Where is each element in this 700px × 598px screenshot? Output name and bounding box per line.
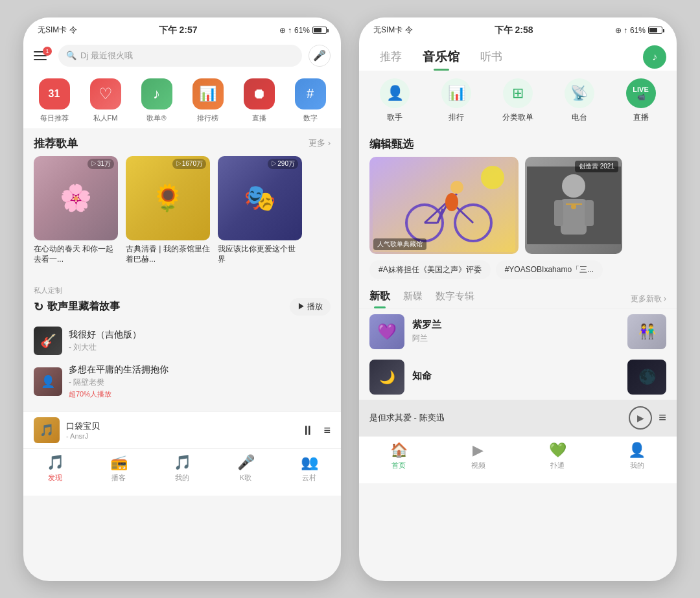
player-bar-right: 是但求其爱 - 陈奕迅 ▶ ≡ <box>359 400 677 436</box>
playlist-name-1: 古典清香 | 我的茶馆里住着巴赫... <box>126 244 210 266</box>
list-button[interactable]: ≡ <box>323 424 331 437</box>
quick-icon-digital[interactable]: # 数字 <box>285 78 336 123</box>
quick-icon-daily[interactable]: 31 每日推荐 <box>29 78 80 123</box>
podcast-icon: 📻 <box>110 454 128 471</box>
left-app-content: 1 🔍 Dj 最近很火哦 🎤 31 每日推荐 <box>23 40 341 412</box>
playlist-card-2[interactable]: 🎭 ▷290万 我应该比你更爱这个世界 <box>218 156 302 266</box>
sl-thumb-dark-img: 🌙 <box>369 360 404 395</box>
private-play-btn[interactable]: ▶ 播放 <box>290 298 331 316</box>
playlist-button-right[interactable]: ≡ <box>659 410 666 425</box>
svg-point-9 <box>450 181 463 194</box>
quick-icon-fm[interactable]: ♡ 私人FM <box>80 78 131 123</box>
sl-artist-0: 阿兰 <box>412 333 620 344</box>
nav-podcast[interactable]: 📻 播客 <box>87 454 150 483</box>
nav-mine[interactable]: 🎵 我的 <box>150 454 214 483</box>
song-item-1[interactable]: 👤 多想在平庸的生活拥抱你 - 隔壁老樊 超70%人播放 <box>34 360 331 404</box>
play-button-right[interactable]: ▶ <box>629 406 652 430</box>
fm-icon: ♡ <box>90 78 121 109</box>
sub-tab-new-albums[interactable]: 新碟 <box>403 290 423 308</box>
status-bar-left: 无SIM卡 令 下午 2:57 ⊕ ↑ 61% <box>23 17 341 40</box>
sl-side-img-0: 👫 <box>627 314 666 349</box>
player-artist: - AnsrJ <box>66 432 295 440</box>
category-row: 👤 歌手 📊 排行 ⊞ 分类歌单 📡 电台 LIVE <box>359 71 677 129</box>
nav-village[interactable]: 👥 云村 <box>277 454 341 483</box>
sl-info-0: 紫罗兰 阿兰 <box>412 319 620 344</box>
song-list-item-0[interactable]: 💜 紫罗兰 阿兰 👫 <box>359 309 677 354</box>
nav-discover[interactable]: 🎵 发现 <box>23 454 87 483</box>
daily-label: 每日推荐 <box>40 113 69 123</box>
playlist-thumb-2: 🎭 ▷290万 <box>218 156 302 240</box>
status-bar-right: 无SIM卡 令 下午 2:58 ⊕ ↑ 61% <box>359 17 677 40</box>
pause-button[interactable]: ⏸ <box>301 423 314 438</box>
song-item-0[interactable]: 🎸 我很好（吉他版） - 刘大壮 <box>34 322 331 360</box>
cat-singer[interactable]: 👤 歌手 <box>364 78 426 123</box>
player-thumb: 🎵 <box>34 417 60 443</box>
more-new-songs[interactable]: 更多新歌 › <box>631 293 666 305</box>
status-icons-right: ⊕ ↑ 61% <box>615 26 662 35</box>
home-label: 首页 <box>391 461 406 470</box>
time-right: 下午 2:58 <box>495 25 533 36</box>
sub-tab-new-songs[interactable]: 新歌 <box>369 290 390 308</box>
editorial-card-0[interactable]: 人气歌单典藏馆 《健身旺季应对指南》 <box>369 157 519 254</box>
bike-scene: 人气歌单典藏馆 <box>369 157 519 254</box>
search-icon: 🔍 <box>66 51 76 60</box>
mic-button[interactable]: 🎤 <box>309 45 331 67</box>
song-name-1: 多想在平庸的生活拥抱你 <box>69 364 331 376</box>
cat-category[interactable]: ⊞ 分类歌单 <box>487 78 549 123</box>
song-list-item-1[interactable]: 🌙 知命 🌑 <box>359 354 677 400</box>
tab-recommend[interactable]: 推荐 <box>369 44 412 69</box>
player-info: 口袋宝贝 - AnsrJ <box>66 420 295 440</box>
tag-1[interactable]: #YOASOBIxahamo「三... <box>496 260 603 279</box>
svg-point-18 <box>571 204 576 209</box>
sl-name-1: 知命 <box>412 370 620 382</box>
playlist-name-2: 我应该比你更爱这个世界 <box>218 244 302 266</box>
nav-podcast-label: 播客 <box>111 473 126 483</box>
sl-thumb-0: 💜 <box>369 314 404 349</box>
svg-rect-16 <box>585 200 594 226</box>
song-artist-0: - 刘大壮 <box>69 342 331 353</box>
putong-icon: 💚 <box>549 442 566 459</box>
playlist-card-1[interactable]: 🌻 ▷1670万 古典清香 | 我的茶馆里住着巴赫... <box>126 156 210 266</box>
chart-label: 排行榜 <box>197 113 218 123</box>
playlist-card-0[interactable]: 🌸 ▷31万 在心动的春天 和你一起去看一... <box>34 156 118 266</box>
nav-video[interactable]: ▶ 视频 <box>439 442 519 470</box>
putong-label: 扑通 <box>550 461 565 470</box>
carrier-right: 无SIM卡 令 <box>373 25 413 36</box>
nav-karaoke-label: K歌 <box>240 473 251 483</box>
playlist-thumb-1: 🌻 ▷1670万 <box>126 156 210 240</box>
cat-live[interactable]: LIVE 📹 直播 <box>610 78 671 123</box>
private-title: ↻ 歌声里藏着故事 <box>34 300 120 314</box>
quick-icon-live[interactable]: ⏺ 直播 <box>233 78 285 123</box>
nav-karaoke[interactable]: 🎤 K歌 <box>214 454 277 483</box>
section-divider <box>23 273 341 278</box>
karaoke-icon: 🎤 <box>237 454 255 471</box>
menu-button[interactable]: 1 <box>34 47 52 65</box>
right-phone: 无SIM卡 令 下午 2:58 ⊕ ↑ 61% 推荐 音乐馆 听书 ♪ � <box>359 17 677 581</box>
recommended-more[interactable]: 更多 › <box>309 137 331 149</box>
cat-radio[interactable]: 📡 电台 <box>548 78 610 123</box>
nav-home[interactable]: 🏠 首页 <box>359 442 439 470</box>
search-bar[interactable]: 🔍 Dj 最近很火哦 <box>58 45 302 67</box>
editorial-card-1[interactable]: 创造营 2021 利路修心动手册 <box>525 157 622 254</box>
discover-icon: 🎵 <box>47 454 64 471</box>
time-left: 下午 2:57 <box>159 25 198 36</box>
tab-music-hall[interactable]: 音乐馆 <box>412 43 470 71</box>
sl-thumb-1: 🌙 <box>369 360 404 395</box>
sub-tab-digital[interactable]: 数字专辑 <box>436 290 474 308</box>
tab-audiobook[interactable]: 听书 <box>470 44 513 69</box>
tag-0[interactable]: #A妹将担任《美国之声》评委 <box>369 260 491 279</box>
profile-icon-btn[interactable]: ♪ <box>643 45 666 69</box>
menu-line <box>34 59 47 60</box>
recommended-header: 推荐歌单 更多 › <box>23 128 341 156</box>
nav-my[interactable]: 👤 我的 <box>598 442 677 470</box>
nav-putong[interactable]: 💚 扑通 <box>518 442 598 470</box>
player-text-right: 是但求其爱 - 陈奕迅 <box>369 412 622 424</box>
cat-rank[interactable]: 📊 排行 <box>426 78 487 123</box>
battery-icon-right <box>648 27 662 34</box>
quick-icon-chart[interactable]: 📊 排行榜 <box>182 78 233 123</box>
private-label: 私人定制 <box>34 286 331 295</box>
left-phone: 无SIM卡 令 下午 2:57 ⊕ ↑ 61% 1 🔍 Dj 最近很火哦 <box>23 17 341 581</box>
private-title-text: 歌声里藏着故事 <box>47 300 120 314</box>
category-icon: ⊞ <box>503 78 533 108</box>
quick-icon-playlist[interactable]: ♪ 歌单® <box>131 78 182 123</box>
